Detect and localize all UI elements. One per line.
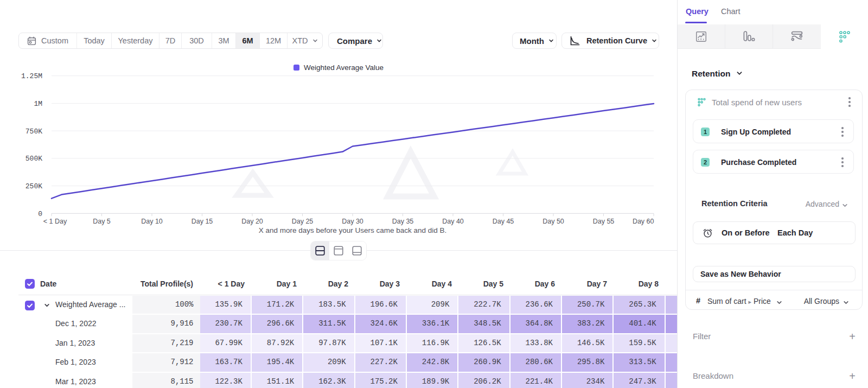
svg-text:Day 35: Day 35 <box>392 218 414 225</box>
svg-text:250K: 250K <box>25 182 42 190</box>
svg-text:Day 60: Day 60 <box>633 218 654 225</box>
svg-text:1M: 1M <box>34 100 42 108</box>
svg-text:1.25M: 1.25M <box>21 72 42 80</box>
svg-text:Day 10: Day 10 <box>141 218 163 225</box>
svg-text:500K: 500K <box>25 155 42 163</box>
svg-text:Day 55: Day 55 <box>593 218 615 225</box>
svg-text:Day 5: Day 5 <box>93 218 111 225</box>
svg-text:0: 0 <box>38 210 42 218</box>
svg-text:Day 50: Day 50 <box>542 218 564 225</box>
svg-text:Day 25: Day 25 <box>292 218 314 225</box>
svg-text:Day 40: Day 40 <box>442 218 464 225</box>
svg-text:750K: 750K <box>25 128 42 136</box>
svg-text:< 1 Day: < 1 Day <box>43 218 67 225</box>
svg-text:Day 15: Day 15 <box>192 218 213 225</box>
svg-text:Day 45: Day 45 <box>493 218 514 225</box>
svg-text:Day 20: Day 20 <box>241 218 263 225</box>
svg-text:Day 30: Day 30 <box>342 218 363 225</box>
